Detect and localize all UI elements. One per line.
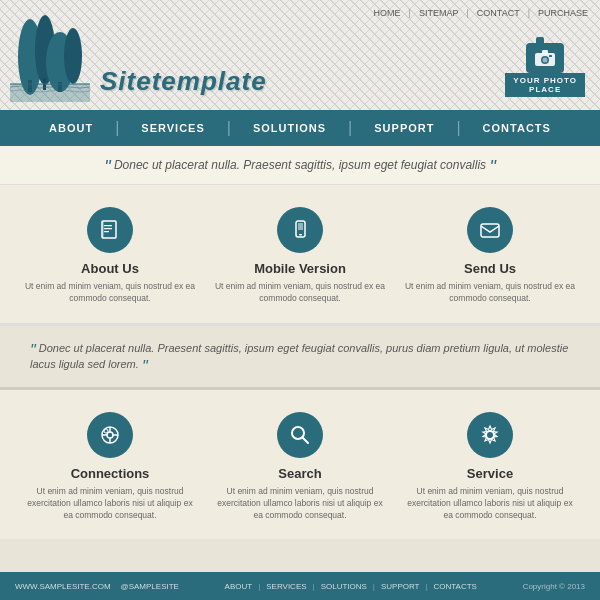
- tree-silhouette: [10, 12, 90, 102]
- feature-send-us: Send Us Ut enim ad minim veniam, quis no…: [405, 207, 576, 305]
- header-content: Sitetemplate YOUR PHOTO PLACE: [0, 12, 600, 110]
- quote-bar-2: " Donec ut placerat nulla. Praesent sagi…: [0, 326, 600, 390]
- feature-about-us-desc: Ut enim ad minim veniam, quis nostrud ex…: [25, 281, 196, 305]
- svg-rect-10: [542, 50, 548, 54]
- svg-rect-22: [481, 224, 499, 237]
- footer-nav-contacts[interactable]: CONTACTS: [434, 582, 477, 591]
- feature-icon-email: [467, 207, 513, 253]
- feature-about-us: About Us Ut enim ad minim veniam, quis n…: [25, 207, 196, 305]
- feature-about-us-title: About Us: [81, 261, 139, 276]
- feature-search-title: Search: [278, 466, 321, 481]
- svg-rect-5: [28, 80, 32, 92]
- footer-social[interactable]: @SAMPLESITE: [121, 582, 179, 591]
- site-title: Sitetemplate: [100, 66, 267, 102]
- feature-mobile: Mobile Version Ut enim ad minim veniam, …: [215, 207, 386, 305]
- svg-rect-15: [104, 225, 112, 226]
- header: HOME | SITEMAP | CONTACT | PURCHASE: [0, 0, 600, 110]
- feature-service-title: Service: [467, 466, 513, 481]
- footer-site-url[interactable]: WWW.SAMPLESITE.COM: [15, 582, 111, 591]
- feature-search-desc: Ut enim ad minim veniam, quis nostrud ex…: [215, 486, 386, 522]
- svg-point-12: [543, 58, 548, 63]
- feature-mobile-title: Mobile Version: [254, 261, 346, 276]
- svg-point-29: [104, 429, 108, 433]
- svg-rect-20: [299, 234, 302, 236]
- footer-copyright: Copyright © 2013: [523, 582, 585, 591]
- feature-send-us-title: Send Us: [464, 261, 516, 276]
- svg-rect-16: [104, 228, 112, 229]
- svg-point-4: [64, 28, 82, 84]
- features-section-1: About Us Ut enim ad minim veniam, quis n…: [0, 185, 600, 326]
- svg-rect-18: [102, 221, 104, 238]
- footer: WWW.SAMPLESITE.COM @SAMPLESITE ABOUT | S…: [0, 572, 600, 600]
- nav-solutions[interactable]: SOLUTIONS: [231, 110, 348, 146]
- quote-bar-1: " Donec ut placerat nulla. Praesent sagi…: [0, 146, 600, 185]
- feature-connections-title: Connections: [71, 466, 150, 481]
- nav-contacts[interactable]: CONTACTS: [461, 110, 573, 146]
- feature-icon-service: [467, 412, 513, 458]
- logo-area: Sitetemplate: [10, 12, 505, 102]
- feature-icon-connections: [87, 412, 133, 458]
- quote1-text: Donec ut placerat nulla. Praesent sagitt…: [114, 158, 486, 172]
- feature-service: Service Ut enim ad minim veniam, quis no…: [405, 412, 576, 522]
- feature-icon-book: [87, 207, 133, 253]
- main-nav: ABOUT | SERVICES | SOLUTIONS | SUPPORT |…: [0, 110, 600, 146]
- feature-mobile-desc: Ut enim ad minim veniam, quis nostrud ex…: [215, 281, 386, 305]
- svg-line-31: [303, 437, 309, 443]
- feature-icon-mobile: [277, 207, 323, 253]
- nav-services[interactable]: SERVICES: [119, 110, 226, 146]
- svg-rect-21: [298, 223, 303, 230]
- camera-icon: [526, 43, 564, 73]
- feature-send-us-desc: Ut enim ad minim veniam, quis nostrud ex…: [405, 281, 576, 305]
- nav-about[interactable]: ABOUT: [27, 110, 115, 146]
- footer-nav-support[interactable]: SUPPORT: [381, 582, 420, 591]
- nav-support[interactable]: SUPPORT: [352, 110, 456, 146]
- feature-service-desc: Ut enim ad minim veniam, quis nostrud ex…: [405, 486, 576, 522]
- feature-search: Search Ut enim ad minim veniam, quis nos…: [215, 412, 386, 522]
- photo-place[interactable]: YOUR PHOTO PLACE: [505, 43, 585, 102]
- feature-icon-search: [277, 412, 323, 458]
- footer-nav-services[interactable]: SERVICES: [266, 582, 306, 591]
- footer-nav-about[interactable]: ABOUT: [225, 582, 253, 591]
- svg-rect-13: [549, 55, 552, 57]
- footer-nav-solutions[interactable]: SOLUTIONS: [321, 582, 367, 591]
- svg-point-24: [107, 432, 113, 438]
- svg-rect-17: [104, 231, 109, 232]
- quote2-text: Donec ut placerat nulla. Praesent sagitt…: [30, 342, 568, 371]
- features-section-2: Connections Ut enim ad minim veniam, qui…: [0, 390, 600, 540]
- photo-label: YOUR PHOTO PLACE: [505, 73, 585, 97]
- svg-rect-14: [102, 221, 116, 238]
- footer-left: WWW.SAMPLESITE.COM @SAMPLESITE: [15, 582, 179, 591]
- svg-point-32: [486, 431, 494, 439]
- feature-connections-desc: Ut enim ad minim veniam, quis nostrud ex…: [25, 486, 196, 522]
- feature-connections: Connections Ut enim ad minim veniam, qui…: [25, 412, 196, 522]
- footer-nav: ABOUT | SERVICES | SOLUTIONS | SUPPORT |…: [225, 582, 477, 591]
